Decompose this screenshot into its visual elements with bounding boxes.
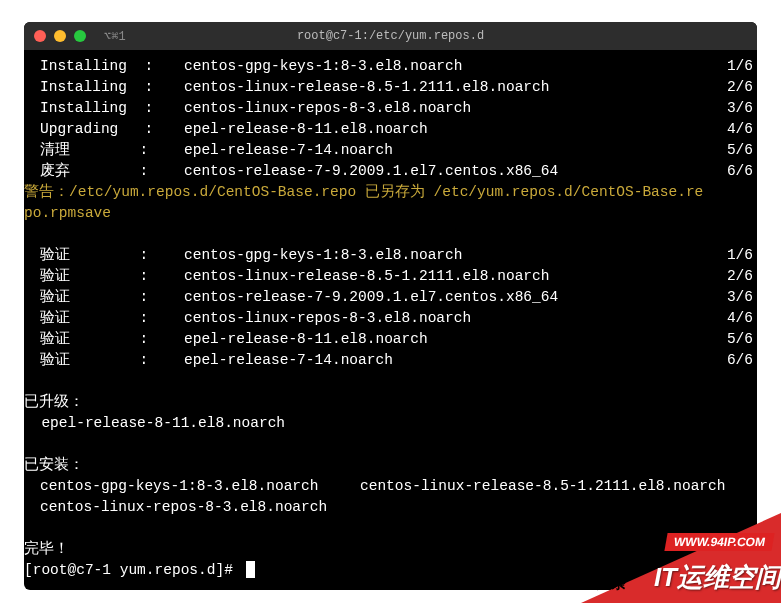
action-label: 验证 : (40, 245, 184, 266)
progress-count: 6/6 (715, 161, 757, 182)
terminal-window: ⌥⌘1 root@c7-1:/etc/yum.repos.d Installin… (24, 22, 757, 590)
action-label: 验证 : (40, 308, 184, 329)
package-name: centos-gpg-keys-1:8-3.el8.noarch (184, 56, 715, 77)
action-label: 验证 : (40, 350, 184, 371)
package-name: centos-release-7-9.2009.1.el7.centos.x86… (184, 287, 715, 308)
transaction-line: 清理 : epel-release-7-14.noarch5/6 (24, 140, 757, 161)
blank-line (24, 518, 757, 539)
action-label: Installing : (40, 98, 184, 119)
progress-count: 4/6 (715, 308, 757, 329)
package-name: centos-linux-release-8.5-1.2111.el8.noar… (184, 266, 715, 287)
transaction-line: Upgrading : epel-release-8-11.el8.noarch… (24, 119, 757, 140)
upgraded-header: 已升级： (24, 392, 757, 413)
action-label: 验证 : (40, 287, 184, 308)
tab-shortcut-label: ⌥⌘1 (104, 29, 126, 44)
package-name: centos-release-7-9.2009.1.el7.centos.x86… (184, 161, 715, 182)
minimize-button[interactable] (54, 30, 66, 42)
progress-count: 3/6 (715, 98, 757, 119)
package-name: centos-gpg-keys-1:8-3.el8.noarch (184, 245, 715, 266)
progress-count: 3/6 (715, 287, 757, 308)
action-label: 验证 : (40, 329, 184, 350)
package-name: centos-linux-repos-8-3.el8.noarch (184, 308, 715, 329)
progress-count: 1/6 (715, 56, 757, 77)
transaction-line: 验证 : centos-linux-repos-8-3.el8.noarch4/… (24, 308, 757, 329)
progress-count: 1/6 (715, 245, 757, 266)
installed-pkg-row: centos-linux-repos-8-3.el8.noarch (24, 497, 757, 518)
action-label: Installing : (40, 56, 184, 77)
installed-header: 已安装： (24, 455, 757, 476)
transaction-line: Installing : centos-gpg-keys-1:8-3.el8.n… (24, 56, 757, 77)
progress-count: 6/6 (715, 350, 757, 371)
warning-line: 警告：/etc/yum.repos.d/CentOS-Base.repo 已另存… (24, 182, 757, 203)
package-name: epel-release-8-11.el8.noarch (184, 119, 715, 140)
transaction-line: 验证 : centos-linux-release-8.5-1.2111.el8… (24, 266, 757, 287)
progress-count: 2/6 (715, 266, 757, 287)
package-name: epel-release-8-11.el8.noarch (184, 329, 715, 350)
blank-line (24, 371, 757, 392)
transaction-line: 验证 : centos-release-7-9.2009.1.el7.cento… (24, 287, 757, 308)
package-name: epel-release-7-14.noarch (184, 140, 715, 161)
blank-line (24, 224, 757, 245)
blank-line (24, 434, 757, 455)
package-name: epel-release-7-14.noarch (184, 350, 715, 371)
progress-count: 5/6 (715, 329, 757, 350)
transaction-line: 验证 : centos-gpg-keys-1:8-3.el8.noarch1/6 (24, 245, 757, 266)
complete-line: 完毕！ (24, 539, 757, 560)
action-label: 验证 : (40, 266, 184, 287)
action-label: Installing : (40, 77, 184, 98)
maximize-button[interactable] (74, 30, 86, 42)
warning-line: po.rpmsave (24, 203, 757, 224)
package-name: centos-linux-release-8.5-1.2111.el8.noar… (184, 77, 715, 98)
progress-count: 2/6 (715, 77, 757, 98)
transaction-line: 验证 : epel-release-8-11.el8.noarch5/6 (24, 329, 757, 350)
window-title: root@c7-1:/etc/yum.repos.d (297, 29, 484, 43)
terminal-body[interactable]: Installing : centos-gpg-keys-1:8-3.el8.n… (24, 50, 757, 581)
close-button[interactable] (34, 30, 46, 42)
titlebar: ⌥⌘1 root@c7-1:/etc/yum.repos.d (24, 22, 757, 50)
action-label: Upgrading : (40, 119, 184, 140)
cursor-icon (246, 561, 255, 578)
package-name: centos-linux-repos-8-3.el8.noarch (184, 98, 715, 119)
action-label: 清理 : (40, 140, 184, 161)
transaction-line: Installing : centos-linux-release-8.5-1.… (24, 77, 757, 98)
progress-count: 4/6 (715, 119, 757, 140)
transaction-line: 验证 : epel-release-7-14.noarch6/6 (24, 350, 757, 371)
prompt-line[interactable]: [root@c7-1 yum.repos.d]# (24, 560, 757, 581)
installed-pkg-row: centos-gpg-keys-1:8-3.el8.noarchcentos-l… (24, 476, 757, 497)
action-label: 废弃 : (40, 161, 184, 182)
traffic-lights (34, 30, 86, 42)
progress-count: 5/6 (715, 140, 757, 161)
transaction-line: 废弃 : centos-release-7-9.2009.1.el7.cento… (24, 161, 757, 182)
upgraded-pkg: epel-release-8-11.el8.noarch (24, 413, 757, 434)
transaction-line: Installing : centos-linux-repos-8-3.el8.… (24, 98, 757, 119)
